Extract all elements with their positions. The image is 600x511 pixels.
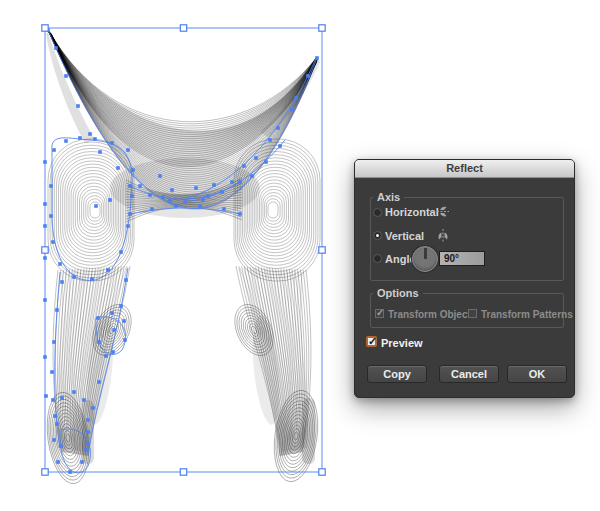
transform-patterns-label[interactable]: Transform Patterns <box>481 309 573 321</box>
copy-button[interactable]: Copy <box>367 365 427 383</box>
preview-label[interactable]: Preview <box>381 337 423 349</box>
transform-objects-checkbox[interactable] <box>375 309 384 318</box>
radio-angle[interactable] <box>373 254 382 263</box>
cancel-button[interactable]: Cancel <box>439 365 499 383</box>
dialog-titlebar[interactable]: Reflect <box>355 160 574 178</box>
angle-dial[interactable] <box>412 246 438 272</box>
axis-legend: Axis <box>373 191 404 203</box>
reflect-horizontal-icon <box>436 205 450 218</box>
reflect-dialog: Reflect Axis Horizontal Vertical Angle: … <box>354 159 575 398</box>
radio-horizontal-label[interactable]: Horizontal <box>385 206 439 218</box>
radio-vertical[interactable] <box>373 231 382 240</box>
radio-horizontal[interactable] <box>373 208 382 217</box>
angle-input[interactable]: 90° <box>439 251 485 266</box>
reflect-vertical-icon <box>436 229 450 242</box>
options-legend: Options <box>373 287 423 299</box>
angle-dial-needle <box>424 248 427 259</box>
transform-patterns-checkbox[interactable] <box>468 309 477 318</box>
preview-checkbox[interactable] <box>366 336 377 347</box>
transform-objects-label[interactable]: Transform Objects <box>388 309 476 321</box>
radio-vertical-label[interactable]: Vertical <box>385 230 424 242</box>
ok-button[interactable]: OK <box>507 365 567 383</box>
